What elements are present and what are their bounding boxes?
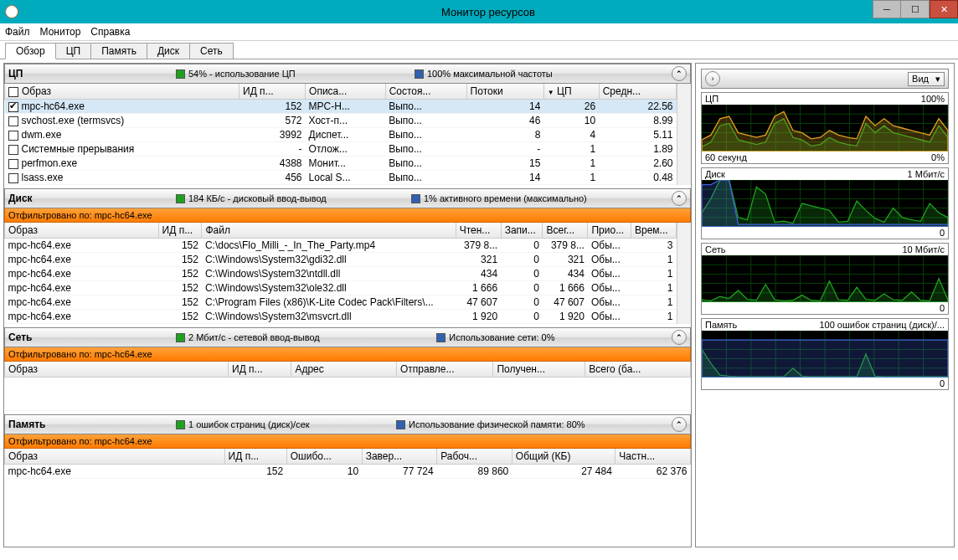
row-checkbox[interactable] — [8, 173, 18, 183]
memory-collapse-button[interactable]: ⌃ — [672, 417, 687, 432]
mem-filter-bar: Отфильтровано по: mpc-hc64.exe — [4, 434, 691, 449]
col-desc[interactable]: Описа... — [306, 84, 386, 100]
table-row[interactable]: perfmon.exe4388Монит...Выпо...1512.60 — [5, 157, 677, 171]
table-row[interactable]: mpc-hc64.exe152C:\Windows\System32\ntdll… — [5, 267, 677, 281]
mem-use-text: Использование физической памяти: 80% — [409, 419, 585, 429]
network-section-header[interactable]: Сеть 2 Мбит/с - сетевой ввод-вывод Испол… — [4, 327, 691, 347]
cpu-usage-text: 54% - использование ЦП — [188, 69, 296, 79]
dcol-image[interactable]: Образ — [5, 223, 159, 239]
chart-canvas — [702, 255, 948, 302]
maximize-button[interactable]: ☐ — [901, 0, 930, 18]
cpu-section-title: ЦП — [8, 68, 176, 80]
chart-max-label: 1 Мбит/с — [908, 169, 945, 179]
dcol-pid[interactable]: ИД п... — [158, 223, 202, 239]
table-row[interactable]: dwm.exe3992Диспет...Выпо...845.11 — [5, 128, 677, 142]
memory-section-header[interactable]: Память 1 ошибок страниц (диск)/сек Испол… — [4, 414, 691, 434]
row-checkbox[interactable] — [8, 116, 18, 126]
menu-monitor[interactable]: Монитор — [40, 26, 81, 38]
disk-collapse-button[interactable]: ⌃ — [672, 191, 687, 206]
col-avg[interactable]: Средн... — [599, 84, 676, 100]
close-button[interactable]: ✕ — [930, 0, 958, 18]
table-row[interactable]: mpc-hc64.exe152C:\Windows\System32\ole32… — [5, 281, 677, 295]
cpu-collapse-button[interactable]: ⌃ — [672, 66, 687, 81]
chart-title: Диск — [705, 169, 725, 179]
table-row[interactable]: mpc-hc64.exe152C:\docs\Flo_Milli_-_In_Th… — [5, 239, 677, 253]
col-image[interactable]: Образ — [5, 84, 240, 100]
menu-help[interactable]: Справка — [90, 26, 130, 38]
disk-section-header[interactable]: Диск 184 КБ/с - дисковый ввод-вывод 1% а… — [4, 188, 691, 208]
tab-cpu[interactable]: ЦП — [55, 43, 92, 59]
row-checkbox[interactable] — [8, 131, 18, 141]
tab-disk[interactable]: Диск — [147, 43, 190, 59]
table-row[interactable]: mpc-hc64.exe152C:\Windows\System32\msvcr… — [5, 310, 677, 324]
mcol-faults[interactable]: Ошибо... — [286, 449, 362, 465]
dcol-write[interactable]: Запи... — [501, 223, 543, 239]
select-all-checkbox[interactable] — [8, 87, 18, 97]
chart-сеть: Сеть10 Мбит/с 0 — [701, 243, 949, 315]
chart-title: Сеть — [705, 244, 725, 254]
net-use-icon — [436, 333, 446, 342]
view-dropdown-label: Вид — [912, 74, 929, 84]
mem-faults-text: 1 ошибок страниц (диск)/сек — [188, 419, 310, 429]
chart-footer-right: 0 — [940, 228, 945, 238]
menu-file[interactable]: Файл — [5, 26, 30, 38]
mcol-working[interactable]: Рабоч... — [437, 449, 512, 465]
dcol-total[interactable]: Всег... — [543, 223, 588, 239]
cpu-scrollbar[interactable] — [677, 84, 691, 185]
mem-use-icon — [396, 420, 405, 429]
col-threads[interactable]: Потоки — [466, 84, 543, 100]
dcol-read[interactable]: Чтен... — [456, 223, 501, 239]
chart-footer-left: 60 секунд — [705, 152, 747, 162]
row-checkbox[interactable] — [8, 159, 18, 169]
mcol-image[interactable]: Образ — [5, 449, 225, 465]
col-cpu[interactable]: ▼ ЦП — [543, 84, 599, 100]
tab-network[interactable]: Сеть — [189, 43, 234, 59]
chevron-down-icon: ▾ — [935, 74, 940, 85]
ncol-recv[interactable]: Получен... — [493, 362, 585, 378]
disk-scrollbar[interactable] — [677, 223, 691, 324]
network-collapse-button[interactable]: ⌃ — [672, 330, 687, 345]
chart-title: Память — [705, 320, 737, 330]
app-icon — [5, 5, 18, 18]
tab-memory[interactable]: Память — [90, 43, 147, 59]
ncol-total[interactable]: Всего (ба... — [585, 362, 691, 378]
table-row[interactable]: mpc-hc64.exe152C:\Program Files (x86)\K-… — [5, 295, 677, 310]
table-row[interactable]: lsass.exe456Local S...Выпо...1410.48 — [5, 171, 677, 185]
minimize-button[interactable]: ─ — [873, 0, 901, 18]
memory-table: Образ ИД п... Ошибо... Завер... Рабоч...… — [4, 449, 691, 479]
ncol-addr[interactable]: Адрес — [291, 362, 397, 378]
table-row[interactable]: svchost.exe (termsvcs)572Хост-п...Выпо..… — [5, 114, 677, 128]
mcol-pid[interactable]: ИД п... — [224, 449, 286, 465]
mcol-private[interactable]: Частн... — [615, 449, 691, 465]
chart-max-label: 100% — [921, 94, 945, 104]
disk-section-title: Диск — [8, 193, 176, 204]
row-checkbox[interactable] — [8, 102, 18, 112]
charts-collapse-button[interactable]: › — [705, 71, 720, 86]
cpu-section-header[interactable]: ЦП 54% - использование ЦП 100% максималь… — [4, 64, 691, 84]
dcol-file[interactable]: Файл — [202, 223, 456, 239]
table-row[interactable]: mpc-hc64.exe1521077 72489 86027 48462 37… — [5, 465, 691, 479]
chart-title: ЦП — [705, 94, 718, 104]
tab-overview[interactable]: Обзор — [5, 43, 56, 59]
view-dropdown[interactable]: Вид▾ — [908, 72, 945, 86]
tab-strip: Обзор ЦП Память Диск Сеть — [0, 41, 958, 59]
cpu-usage-icon — [176, 69, 185, 79]
table-row[interactable]: mpc-hc64.exe152C:\Windows\System32\gdi32… — [5, 253, 677, 267]
table-row[interactable]: mpc-hc64.exe152MPC-H...Выпо...142622.56 — [5, 100, 677, 114]
dcol-prio[interactable]: Прио... — [588, 223, 631, 239]
ncol-image[interactable]: Образ — [5, 362, 229, 378]
chart-footer-right: 0% — [931, 152, 945, 162]
mcol-commit[interactable]: Завер... — [362, 449, 437, 465]
table-row[interactable]: Системные прерывания-Отлож...Выпо...-11.… — [5, 142, 677, 157]
col-status[interactable]: Состоя... — [385, 84, 466, 100]
menu-bar: Файл Монитор Справка — [0, 23, 958, 41]
ncol-pid[interactable]: ИД п... — [229, 362, 291, 378]
dcol-resp[interactable]: Врем... — [631, 223, 676, 239]
mcol-shared[interactable]: Общий (КБ) — [512, 449, 615, 465]
cpu-freq-text: 100% максимальной частоты — [427, 69, 553, 79]
col-pid[interactable]: ИД п... — [240, 84, 306, 100]
row-checkbox[interactable] — [8, 145, 18, 155]
ncol-sent[interactable]: Отправле... — [397, 362, 493, 378]
memory-section-title: Память — [8, 419, 176, 430]
chart-canvas — [702, 331, 948, 378]
